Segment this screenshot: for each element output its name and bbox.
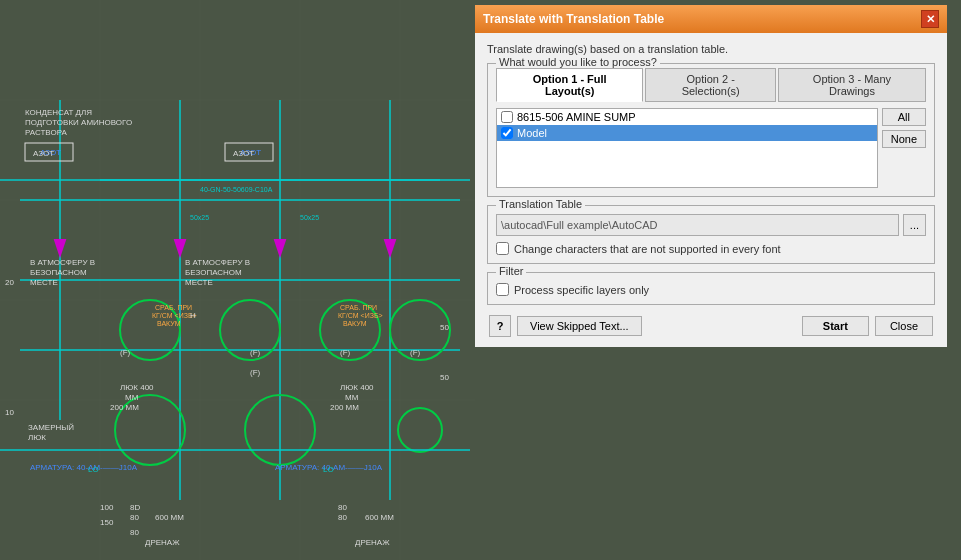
tab-full-layouts[interactable]: Option 1 - Full Layout(s) (496, 68, 643, 102)
translation-table-input[interactable] (496, 214, 899, 236)
help-button[interactable]: ? (489, 315, 511, 337)
svg-text:LO: LO (323, 465, 334, 474)
svg-text:200 ММ: 200 ММ (330, 403, 359, 412)
svg-text:(F): (F) (120, 348, 131, 357)
svg-text:40-GN-50-50609-C10A: 40-GN-50-50609-C10A (200, 186, 273, 193)
svg-text:СРАБ. ПРИ: СРАБ. ПРИ (340, 304, 377, 311)
none-button[interactable]: None (882, 130, 926, 148)
list-item[interactable]: Model (497, 125, 877, 141)
svg-text:ДРЕНАЖ: ДРЕНАЖ (145, 538, 180, 547)
change-characters-checkbox[interactable] (496, 242, 509, 255)
translate-dialog: Translate with Translation Table ✕ Trans… (475, 5, 947, 347)
svg-text:МЕСТЕ: МЕСТЕ (185, 278, 213, 287)
tab-selections[interactable]: Option 2 - Selection(s) (645, 68, 776, 102)
svg-text:200 ММ: 200 ММ (110, 403, 139, 412)
translation-table-label: Translation Table (496, 198, 585, 210)
svg-text:РАСТВОРА: РАСТВОРА (25, 128, 67, 137)
list-item[interactable]: 8615-506 AMINE SUMP (497, 109, 877, 125)
svg-text:ЛЮК: ЛЮК (28, 433, 46, 442)
svg-text:КОНДЕНСАТ ДЛЯ: КОНДЕНСАТ ДЛЯ (25, 108, 92, 117)
svg-text:50x25: 50x25 (190, 214, 209, 221)
svg-text:ДРЕНАЖ: ДРЕНАЖ (355, 538, 390, 547)
dialog-description: Translate drawing(s) based on a translat… (487, 43, 935, 55)
svg-text:80: 80 (130, 528, 139, 537)
svg-text:8D: 8D (130, 503, 140, 512)
svg-text:МЕСТЕ: МЕСТЕ (30, 278, 58, 287)
svg-text:Н: Н (190, 311, 196, 320)
dialog-title: Translate with Translation Table (483, 12, 664, 26)
svg-text:80: 80 (338, 513, 347, 522)
process-group: What would you like to process? Option 1… (487, 63, 935, 197)
svg-text:ЛЮК 400: ЛЮК 400 (340, 383, 374, 392)
layout-list[interactable]: 8615-506 AMINE SUMP Model (496, 108, 878, 188)
svg-text:(F): (F) (410, 348, 421, 357)
tab-many-drawings[interactable]: Option 3 - Many Drawings (778, 68, 926, 102)
svg-text:ВАКУМ: ВАКУМ (343, 320, 367, 327)
process-group-label: What would you like to process? (496, 56, 660, 68)
start-button[interactable]: Start (802, 316, 869, 336)
change-characters-label: Change characters that are not supported… (514, 243, 781, 255)
process-layers-row: Process specific layers only (496, 283, 926, 296)
svg-text:LO: LO (88, 465, 99, 474)
svg-text:ЗАМЕРНЫЙ: ЗАМЕРНЫЙ (28, 423, 74, 432)
change-characters-row: Change characters that are not supported… (496, 242, 926, 255)
svg-text:50x25: 50x25 (300, 214, 319, 221)
layout2-label: Model (517, 127, 547, 139)
layout1-checkbox[interactable] (501, 111, 513, 123)
layout1-label: 8615-506 AMINE SUMP (517, 111, 636, 123)
layout2-checkbox[interactable] (501, 127, 513, 139)
svg-text:(F): (F) (340, 348, 351, 357)
svg-text:ММ: ММ (345, 393, 359, 402)
svg-text:ПОДГОТОВКИ АМИНОВОГО: ПОДГОТОВКИ АМИНОВОГО (25, 118, 132, 127)
close-x-button[interactable]: ✕ (921, 10, 939, 28)
layout-list-area: 8615-506 AMINE SUMP Model All None (496, 108, 926, 188)
tabs-row: Option 1 - Full Layout(s) Option 2 - Sel… (496, 68, 926, 102)
svg-text:В АТМОСФЕРУ В: В АТМОСФЕРУ В (30, 258, 95, 267)
process-layers-checkbox[interactable] (496, 283, 509, 296)
svg-text:БЕЗОПАСНОМ: БЕЗОПАСНОМ (30, 268, 87, 277)
svg-text:150: 150 (100, 518, 114, 527)
svg-text:(F): (F) (250, 368, 261, 377)
svg-text:ЛЮК 400: ЛЮК 400 (120, 383, 154, 392)
svg-text:БЕЗОПАСНОМ: БЕЗОПАСНОМ (185, 268, 242, 277)
svg-text:80: 80 (130, 513, 139, 522)
svg-text:АЗОТ: АЗОТ (33, 149, 54, 158)
svg-text:КГ/СМ <ИЗБ>: КГ/СМ <ИЗБ> (338, 312, 383, 319)
filter-label: Filter (496, 265, 526, 277)
translation-table-group: Translation Table ... Change characters … (487, 205, 935, 264)
svg-text:600 ММ: 600 ММ (155, 513, 184, 522)
bottom-buttons-row: ? View Skipped Text... Start Close (487, 315, 935, 337)
browse-button[interactable]: ... (903, 214, 926, 236)
svg-text:СРАБ. ПРИ: СРАБ. ПРИ (155, 304, 192, 311)
svg-text:80: 80 (338, 503, 347, 512)
svg-text:20: 20 (5, 278, 14, 287)
close-button[interactable]: Close (875, 316, 933, 336)
svg-text:50: 50 (440, 323, 449, 332)
svg-text:100: 100 (100, 503, 114, 512)
svg-text:600 ММ: 600 ММ (365, 513, 394, 522)
filter-group: Filter Process specific layers only (487, 272, 935, 305)
translation-table-row: ... (496, 214, 926, 236)
all-button[interactable]: All (882, 108, 926, 126)
list-buttons: All None (882, 108, 926, 148)
svg-text:(F): (F) (250, 348, 261, 357)
svg-text:50: 50 (440, 373, 449, 382)
svg-text:ММ: ММ (125, 393, 139, 402)
svg-text:АЗОТ: АЗОТ (233, 149, 254, 158)
view-skipped-button[interactable]: View Skipped Text... (517, 316, 642, 336)
process-layers-label: Process specific layers only (514, 284, 649, 296)
svg-text:В АТМОСФЕРУ В: В АТМОСФЕРУ В (185, 258, 250, 267)
svg-text:АРМАТУРА: 40-АМ-——J10A: АРМАТУРА: 40-АМ-——J10A (30, 463, 138, 472)
svg-text:10: 10 (5, 408, 14, 417)
title-bar: Translate with Translation Table ✕ (475, 5, 947, 33)
svg-text:ВАКУМ: ВАКУМ (157, 320, 181, 327)
